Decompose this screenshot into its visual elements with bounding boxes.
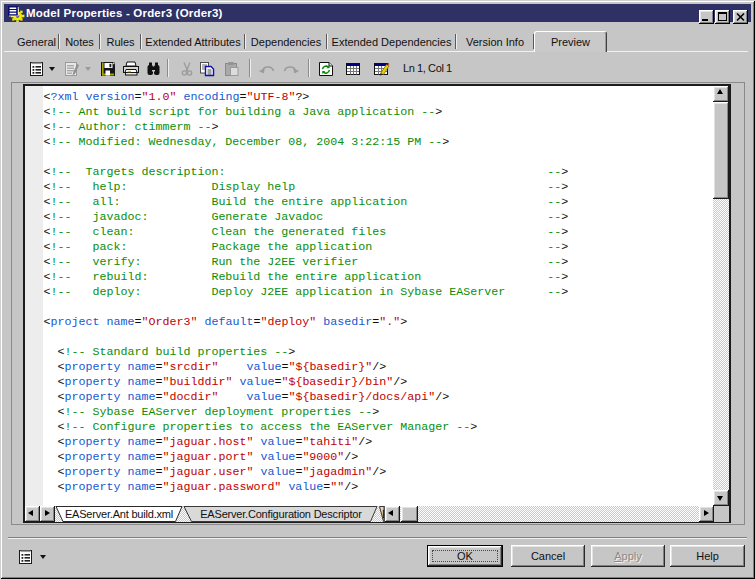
svg-text:EAServer.Ant build.xml: EAServer.Ant build.xml — [65, 508, 173, 520]
svg-text:EAServer.Configuration Descrip: EAServer.Configuration Descriptor — [200, 508, 362, 520]
